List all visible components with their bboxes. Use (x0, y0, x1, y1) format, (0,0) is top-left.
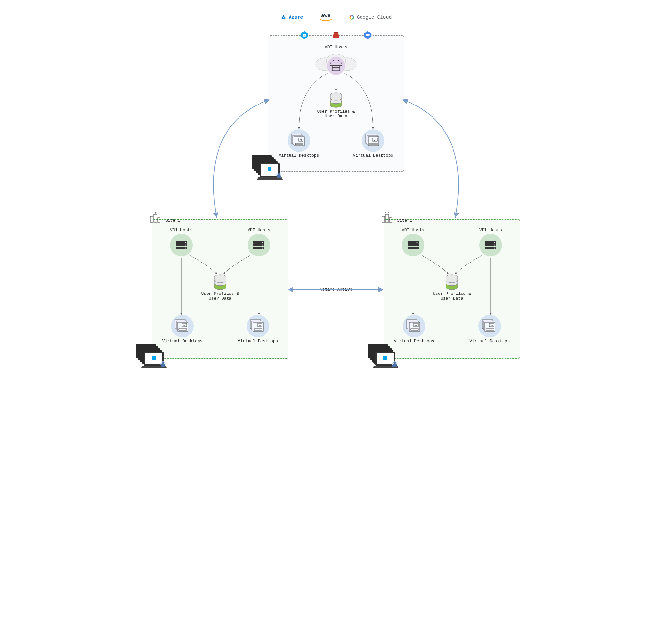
gcp-storage-icon (363, 31, 372, 40)
vm-stack-icon: VM (362, 129, 384, 152)
svg-text:VM: VM (374, 139, 376, 141)
svg-point-52 (262, 245, 263, 246)
svg-point-94 (494, 248, 495, 249)
gcp-label: Google Cloud (357, 15, 391, 20)
svg-point-3 (334, 32, 338, 33)
site2-vdi-label-r: VDI Hosts (471, 228, 510, 232)
server-icon (247, 234, 270, 256)
svg-point-118 (394, 361, 396, 364)
aws-logo: aws (319, 13, 332, 22)
svg-rect-80 (389, 218, 392, 222)
azure-logo: Azure (280, 14, 303, 21)
site1-vd-right: VM Virtual Desktops (231, 315, 285, 344)
svg-point-46 (185, 245, 186, 246)
site1-vdi-label-l: VDI Hosts (162, 228, 201, 232)
vm-stack-icon: VM (288, 129, 310, 152)
cloud-vdi-hosts-label: VDI Hosts (312, 45, 360, 50)
site1-vdi-host-right: VDI Hosts (239, 228, 278, 256)
svg-point-51 (262, 242, 263, 243)
server-icon (402, 234, 425, 256)
aws-label: aws (321, 13, 331, 19)
svg-text:VM: VM (490, 325, 493, 327)
site2-vdi-label-l: VDI Hosts (394, 228, 433, 232)
svg-text:VM: VM (415, 325, 417, 327)
site2-label: Site 2 (397, 218, 412, 223)
svg-rect-39 (158, 218, 160, 222)
vm-stack-icon: VM (478, 315, 501, 337)
site2-label-group: Site 2 (382, 212, 412, 223)
site2-laptop-stack (366, 343, 402, 373)
svg-point-93 (494, 245, 495, 246)
site2-vd-right-label: Virtual Desktops (462, 338, 517, 344)
site2-box: Site 2 VDI Hosts VDI Hosts User Profiles… (384, 219, 520, 359)
database-icon (213, 274, 227, 290)
azure-storage-icon: 10 (300, 31, 309, 40)
cloud-logos-row: Azure aws Google Cloud (280, 13, 391, 22)
svg-point-86 (417, 242, 418, 243)
svg-point-82 (387, 212, 387, 213)
site1-laptop-stack (135, 343, 170, 373)
svg-text:VM: VM (183, 325, 185, 327)
svg-point-77 (162, 361, 164, 364)
diagram-canvas: Azure aws Google Cloud 10 (142, 13, 530, 374)
svg-text:10: 10 (304, 34, 306, 37)
site-icon (382, 212, 394, 223)
cloud-vdi-host-group: VDI Hosts (312, 45, 360, 77)
cloud-box: 10 VDI Hosts (268, 35, 404, 172)
site1-db-label: User Profiles & User Data (193, 291, 247, 301)
site1-vdi-host-left: VDI Hosts (162, 228, 201, 256)
site1-vd-left: VM Virtual Desktops (155, 315, 210, 344)
server-icon (170, 234, 193, 256)
site2-vd-right: VM Virtual Desktops (462, 315, 517, 344)
site2-db-label: User Profiles & User Data (425, 291, 479, 301)
svg-point-45 (185, 242, 186, 243)
svg-rect-79 (385, 215, 389, 222)
svg-rect-34 (268, 168, 271, 171)
site1-box: Site 1 VDI Hosts VDI Hosts User Profiles… (152, 219, 288, 359)
server-icon (479, 234, 502, 256)
svg-point-87 (417, 245, 418, 246)
site2-vd-left: VM Virtual Desktops (387, 315, 441, 344)
site2-vdi-host-right: VDI Hosts (471, 228, 510, 256)
svg-text:VM: VM (259, 325, 261, 327)
svg-point-36 (278, 173, 280, 175)
cloud-laptop-stack (250, 154, 286, 184)
svg-rect-78 (382, 217, 385, 222)
svg-rect-116 (383, 356, 387, 360)
svg-point-47 (185, 248, 186, 249)
database-icon (329, 92, 343, 108)
svg-point-88 (417, 248, 418, 249)
cloud-vd-right: VM Virtual Desktops (346, 129, 401, 158)
site1-label: Site 1 (165, 218, 181, 223)
site-icon (150, 212, 162, 223)
database-icon (445, 274, 459, 290)
svg-marker-4 (364, 31, 371, 39)
svg-rect-37 (150, 217, 153, 222)
vm-stack-icon: VM (247, 315, 269, 337)
cloud-service-icons: 10 (300, 31, 372, 40)
aws-s3-icon (332, 31, 340, 40)
site1-label-group: Site 1 (150, 212, 181, 223)
site1-db: User Profiles & User Data (193, 274, 247, 301)
svg-rect-75 (152, 356, 155, 360)
vm-stack-icon: VM (403, 315, 425, 337)
svg-rect-38 (154, 215, 157, 222)
site2-vdi-host-left: VDI Hosts (394, 228, 433, 256)
site2-db: User Profiles & User Data (425, 274, 479, 301)
azure-label: Azure (289, 15, 303, 20)
cloud-db-label: User Profiles & User Data (309, 109, 363, 119)
svg-rect-6 (366, 35, 369, 36)
cloud-vd-right-label: Virtual Desktops (346, 153, 401, 158)
svg-text:VM: VM (300, 139, 302, 141)
site1-vdi-label-r: VDI Hosts (239, 228, 278, 232)
svg-rect-5 (366, 34, 369, 35)
svg-point-92 (494, 242, 495, 243)
vm-stack-icon: VM (171, 315, 194, 337)
site1-vd-right-label: Virtual Desktops (231, 338, 285, 344)
gcp-logo: Google Cloud (348, 14, 391, 21)
cloud-db-node: User Profiles & User Data (309, 92, 363, 119)
svg-point-41 (155, 212, 155, 213)
active-active-label: Active-Active (319, 287, 352, 292)
svg-point-53 (262, 248, 263, 249)
cloud-shape-icon (312, 50, 360, 75)
